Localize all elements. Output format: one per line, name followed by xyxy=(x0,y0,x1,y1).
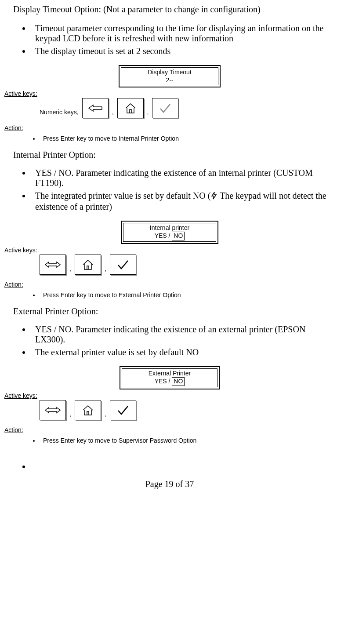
check-icon xyxy=(116,259,130,270)
check-icon xyxy=(159,102,172,114)
lcd-line2: YES / NO xyxy=(150,232,189,240)
enter-key xyxy=(110,400,136,420)
active-keys-row: , , xyxy=(40,400,335,420)
arrow-left-icon xyxy=(88,104,103,112)
bullet-text: YES / NO. Parameter indicating the exist… xyxy=(31,168,335,188)
arrow-left-right-icon xyxy=(44,261,61,269)
lcd-selected: NO xyxy=(172,377,185,386)
active-keys-row: Numeric keys, , , xyxy=(40,98,335,118)
active-keys-label: Active keys: xyxy=(4,392,335,399)
section-title-internal-printer: Internal Printer Option: xyxy=(13,150,335,160)
empty-bullet xyxy=(31,462,335,466)
back-arrow-key xyxy=(82,98,109,118)
home-icon xyxy=(124,102,137,114)
separator: , xyxy=(145,109,151,118)
home-key xyxy=(75,400,101,420)
display-timeout-bullets: Timeout parameter corresponding to the t… xyxy=(31,23,335,56)
action-list: Press Enter key to move to External Prin… xyxy=(40,291,335,298)
lcd-internal-printer: Internal printer YES / NO xyxy=(4,221,335,244)
bullet-text: Timeout parameter corresponding to the t… xyxy=(31,23,335,44)
lcd-line2: YES / NO xyxy=(149,377,191,386)
internal-printer-bullets: YES / NO. Parameter indicating the exist… xyxy=(31,168,335,212)
home-key xyxy=(75,255,101,275)
separator: , xyxy=(68,265,73,275)
separator: , xyxy=(68,411,73,420)
lcd-line2: 2-- xyxy=(148,76,192,84)
left-right-key xyxy=(40,400,66,420)
lcd-display-timeout: Display Timeout 2-- xyxy=(4,65,335,87)
left-right-key xyxy=(40,255,66,275)
active-keys-label: Active keys: xyxy=(4,90,335,97)
check-icon xyxy=(116,404,130,416)
action-list: Press Enter key to move to Internal Prin… xyxy=(40,135,335,142)
lcd-line1: Display Timeout xyxy=(148,69,192,76)
lcd-line1: Internal printer xyxy=(150,224,189,232)
arrow-left-right-icon xyxy=(44,406,61,414)
action-item: Press Enter key to move to External Prin… xyxy=(40,291,335,298)
lcd-line1: External Printer xyxy=(149,370,191,378)
section-title-display-timeout: Display Timeout Option: (Not a parameter… xyxy=(13,4,335,15)
lcd-pre: YES / xyxy=(155,378,172,385)
lcd-selected: NO xyxy=(172,232,185,240)
action-item: Press Enter key to move to Supervisor Pa… xyxy=(40,437,335,444)
enter-key xyxy=(110,255,136,275)
bullet-text: YES / NO. Parameter indicating the exist… xyxy=(31,324,335,345)
action-label: Action: xyxy=(4,426,335,433)
section-title-external-printer: External Printer Option: xyxy=(13,306,335,317)
action-label: Action: xyxy=(4,124,335,131)
bullet-pre: The integrated printer value is set by d… xyxy=(35,191,210,200)
page-footer: Page 19 of 37 xyxy=(4,479,335,489)
separator: , xyxy=(110,109,116,118)
active-keys-label: Active keys: xyxy=(4,247,335,254)
bolt-icon xyxy=(210,192,218,202)
action-item: Press Enter key to move to Internal Prin… xyxy=(40,135,335,142)
home-icon xyxy=(81,404,94,416)
bullet-text: The integrated printer value is set by d… xyxy=(31,191,335,212)
action-list: Press Enter key to move to Supervisor Pa… xyxy=(40,437,335,444)
action-label: Action: xyxy=(4,281,335,288)
bullet-text: The display timeout is set at 2 seconds xyxy=(31,46,335,56)
separator: , xyxy=(103,411,108,420)
separator: , xyxy=(103,265,108,275)
numeric-keys-prefix: Numeric keys, xyxy=(40,109,79,118)
home-key xyxy=(117,98,144,118)
external-printer-bullets: YES / NO. Parameter indicating the exist… xyxy=(31,324,335,357)
home-icon xyxy=(81,258,94,271)
lcd-pre: YES / xyxy=(155,232,172,239)
enter-key xyxy=(152,98,178,118)
active-keys-row: , , xyxy=(40,255,335,275)
lcd-external-printer: External Printer YES / NO xyxy=(4,366,335,389)
bullet-text: The external printer value is set by def… xyxy=(31,347,335,357)
